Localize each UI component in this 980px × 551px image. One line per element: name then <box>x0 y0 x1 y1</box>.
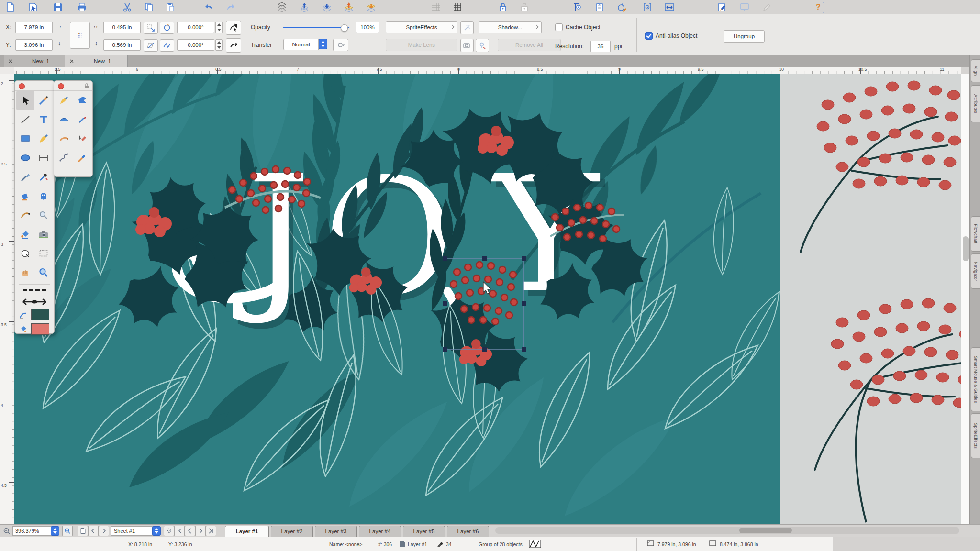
document-tab-active[interactable]: New_1 <box>65 55 128 67</box>
lock-palette-icon[interactable] <box>84 83 89 89</box>
line-tool[interactable] <box>16 110 34 129</box>
skew-input[interactable]: 0.000° <box>177 39 214 51</box>
bring-to-front-icon[interactable] <box>344 2 354 12</box>
ellipse-tool[interactable] <box>16 148 34 167</box>
layer-tab-2[interactable]: Layer #2 <box>271 526 313 537</box>
lock-icon[interactable] <box>498 2 508 12</box>
brush-settings-icon[interactable] <box>717 2 727 12</box>
paintbrush-tool[interactable] <box>34 91 53 110</box>
stroke-color-row[interactable] <box>15 308 54 322</box>
layer-tab-3[interactable]: Layer #3 <box>315 526 357 537</box>
anchor-point-grid[interactable] <box>70 22 90 49</box>
eyedropper-tool[interactable] <box>34 167 53 187</box>
fill-color-row[interactable] <box>15 322 54 336</box>
side-tab-attributes[interactable]: Attributes <box>971 85 980 122</box>
prev-sheet-button[interactable] <box>88 526 99 536</box>
grid-show-icon[interactable] <box>431 2 441 12</box>
gear-settings-icon[interactable] <box>642 2 653 12</box>
airbrush-tool[interactable] <box>73 148 91 167</box>
transfer-mode-dropdown[interactable] <box>319 39 327 49</box>
zoom-in-button[interactable] <box>62 526 73 536</box>
push-path-tool[interactable] <box>55 129 73 148</box>
palette-titlebar[interactable] <box>54 81 92 91</box>
rectangle-tool[interactable] <box>16 129 34 148</box>
print-icon[interactable] <box>77 2 87 12</box>
sheet-dropdown[interactable] <box>152 526 161 536</box>
rotate-button[interactable] <box>160 22 174 34</box>
stack-order-icon[interactable] <box>277 2 287 12</box>
zoom-tool[interactable] <box>34 263 53 282</box>
stroke-color-swatch[interactable] <box>31 309 49 320</box>
spiral-tool[interactable] <box>55 148 73 167</box>
zoom-level-input[interactable]: 396.379% <box>12 526 53 536</box>
fill-color-swatch[interactable] <box>31 323 49 335</box>
prev-layer-button[interactable] <box>185 526 195 536</box>
scale-button[interactable] <box>144 22 158 34</box>
resolution-input[interactable]: 36 <box>590 41 611 52</box>
pointer-tool[interactable] <box>16 91 34 110</box>
antialias-checkbox[interactable] <box>645 32 653 40</box>
skew-stepper[interactable] <box>215 39 223 51</box>
close-palette-icon[interactable] <box>19 83 25 89</box>
feather-tool[interactable] <box>34 129 53 148</box>
close-palette-icon[interactable] <box>58 83 64 89</box>
help-icon[interactable]: ? <box>813 2 824 13</box>
opacity-slider-knob[interactable] <box>341 24 348 32</box>
side-tab-align[interactable]: Align <box>971 59 980 82</box>
camera-tool[interactable] <box>34 225 53 244</box>
layer-tab-5[interactable]: Layer #5 <box>403 526 445 537</box>
layer-tab-4[interactable]: Layer #4 <box>359 526 401 537</box>
y-input[interactable]: 3.096 in <box>15 39 53 51</box>
layer-options-button[interactable] <box>164 526 174 536</box>
rotation-stepper[interactable] <box>215 22 223 33</box>
vertical-scrollbar-thumb[interactable] <box>963 236 969 261</box>
rotate-object-icon[interactable] <box>616 2 627 12</box>
vertical-scrollbar[interactable] <box>961 74 970 524</box>
canvas[interactable]: J O Y J O Y <box>14 74 961 524</box>
flip-button[interactable] <box>226 38 241 53</box>
copy-icon[interactable] <box>144 2 154 12</box>
bring-forward-icon[interactable] <box>299 2 310 12</box>
x-input[interactable]: 7.979 in <box>15 22 53 33</box>
new-sheet-button[interactable] <box>78 526 88 536</box>
remove-all-button[interactable]: Remove All <box>498 39 561 51</box>
hand-tool[interactable] <box>16 263 34 282</box>
pencil-tool[interactable] <box>73 110 91 129</box>
zoom-dropdown[interactable] <box>51 526 59 536</box>
resize-width-icon[interactable] <box>664 2 675 12</box>
next-layer-button[interactable] <box>195 526 206 536</box>
arrow-style-selector[interactable] <box>15 296 54 308</box>
width-input[interactable]: 0.495 in <box>103 22 141 33</box>
lens-lock-button[interactable] <box>476 39 489 52</box>
side-tab-spriteeffects[interactable]: SpriteEffects <box>971 413 980 458</box>
document-tab[interactable]: New_1 <box>4 55 66 67</box>
presentation-icon[interactable] <box>739 2 750 12</box>
cache-object-checkbox[interactable] <box>555 23 563 31</box>
opacity-slider[interactable] <box>283 27 349 28</box>
lens-camera-button[interactable] <box>460 39 474 52</box>
close-tab-icon[interactable] <box>70 58 74 64</box>
unlock-icon[interactable] <box>519 2 530 12</box>
horizontal-scrollbar-thumb[interactable] <box>739 528 792 533</box>
polygon-tool[interactable] <box>73 91 91 110</box>
layer-tab-1[interactable]: Layer #1 <box>225 526 269 537</box>
notes-icon[interactable] <box>594 2 605 12</box>
skew-button[interactable] <box>144 39 158 52</box>
make-lens-button[interactable]: Make Lens <box>386 39 457 51</box>
rotate-pick-button[interactable] <box>226 21 241 35</box>
paste-icon[interactable] <box>165 2 176 12</box>
paint-bucket-tool[interactable] <box>16 225 34 244</box>
ink-bottle-tool[interactable] <box>16 187 34 206</box>
loupe-tool[interactable] <box>34 206 53 225</box>
send-backward-icon[interactable] <box>322 2 332 12</box>
smart-mouse-icon[interactable] <box>572 2 582 12</box>
slant-button[interactable] <box>160 39 174 52</box>
smudge-tool[interactable] <box>55 91 73 110</box>
grid-snap-icon[interactable] <box>452 2 463 12</box>
ungroup-button[interactable]: Ungroup <box>724 30 765 43</box>
cut-icon[interactable] <box>122 2 133 12</box>
side-tab-flowchart[interactable]: Flowchart <box>971 216 980 252</box>
transfer-options-button[interactable] <box>333 39 348 51</box>
redo-icon[interactable] <box>226 2 236 12</box>
ruler-corner[interactable] <box>0 67 15 74</box>
